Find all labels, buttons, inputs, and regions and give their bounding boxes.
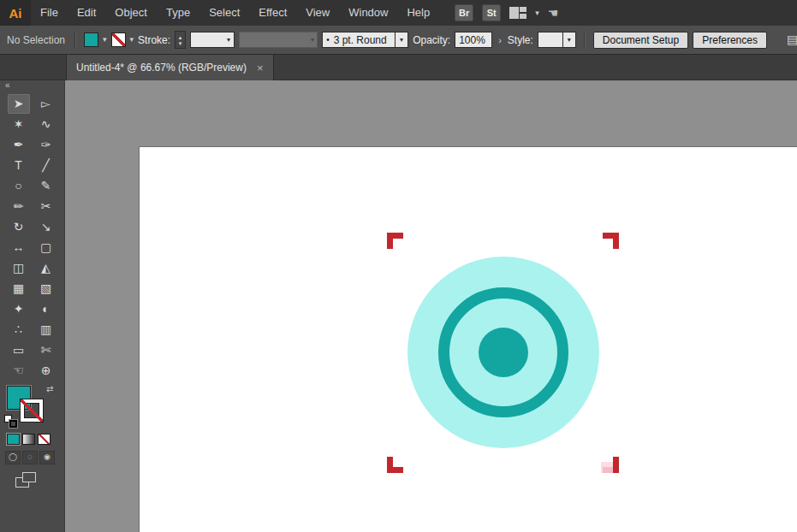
stroke-color-swatch[interactable] xyxy=(111,33,126,47)
stroke-label[interactable]: Stroke: xyxy=(138,34,170,46)
menu-object[interactable]: Object xyxy=(105,6,157,19)
color-mode-button[interactable] xyxy=(7,434,20,445)
symbol-sprayer-tool[interactable]: ∴ xyxy=(8,320,30,340)
lasso-tool[interactable]: ∿ xyxy=(35,115,57,134)
blend-tool[interactable]: ◐ xyxy=(35,299,57,319)
shape-builder-tool[interactable]: ◫ xyxy=(8,258,30,278)
fill-color-swatch[interactable] xyxy=(84,33,98,47)
menu-file[interactable]: File xyxy=(31,6,68,19)
brush-caret-icon[interactable]: ▾ xyxy=(396,32,408,48)
dropdown-caret-icon: ▾ xyxy=(311,36,317,44)
crop-mark-top-left[interactable] xyxy=(387,233,403,249)
style-control: ▾ xyxy=(538,32,576,48)
gradient-tool[interactable]: ▧ xyxy=(35,279,57,299)
stepper-up-icon[interactable]: ▴ xyxy=(179,34,182,40)
stroke-swatch[interactable] xyxy=(21,399,43,422)
brush-definition-value: 3 pt. Round xyxy=(334,34,387,46)
menu-help[interactable]: Help xyxy=(397,6,439,19)
fill-caret-icon[interactable]: ▾ xyxy=(103,36,107,44)
direct-selection-tool[interactable]: ▻ xyxy=(35,94,57,114)
scale-tool[interactable]: ↘ xyxy=(35,217,57,237)
document-tab-bar: Untitled-4* @ 66.67% (RGB/Preview) × xyxy=(0,55,797,80)
perspective-grid-tool[interactable]: ◭ xyxy=(35,258,57,278)
mesh-tool[interactable]: ▦ xyxy=(8,279,30,299)
menu-effect[interactable]: Effect xyxy=(249,6,296,19)
menu-window[interactable]: Window xyxy=(339,6,397,19)
artwork-center-dot[interactable] xyxy=(479,328,528,377)
menu-view[interactable]: View xyxy=(296,6,339,19)
draw-behind-button[interactable]: ◌ xyxy=(22,451,38,464)
document-tab-title: Untitled-4* @ 66.67% (RGB/Preview) xyxy=(76,62,247,74)
stroke-width-stepper[interactable]: ▴ ▾ xyxy=(175,31,186,49)
menu-type[interactable]: Type xyxy=(157,6,199,19)
magic-wand-tool[interactable]: ✶ xyxy=(8,115,30,134)
canvas-area[interactable] xyxy=(65,80,797,532)
control-bar: No Selection ▾ ▾ Stroke: ▴ ▾ ▾ ▾ • 3 pt.… xyxy=(0,26,797,55)
paint-mode-row xyxy=(0,434,64,445)
workspace-caret-icon[interactable]: ▾ xyxy=(535,9,539,17)
menu-bar-right: Br St ▾ ☚ xyxy=(455,4,558,21)
artboard[interactable] xyxy=(140,147,797,532)
slice-tool[interactable]: ✄ xyxy=(35,340,57,360)
hand-tool[interactable]: ☜ xyxy=(8,361,30,381)
document-setup-button[interactable]: Document Setup xyxy=(593,32,688,49)
touch-workspace-icon[interactable]: ☚ xyxy=(548,6,559,20)
menu-edit[interactable]: Edit xyxy=(68,6,105,19)
pen-tool[interactable]: ✒ xyxy=(8,135,30,155)
artboard-tool[interactable]: ▭ xyxy=(8,340,30,360)
gradient-mode-button[interactable] xyxy=(22,434,35,445)
opacity-label[interactable]: Opacity: xyxy=(413,34,450,46)
tool-grid: ➤ ▻ ✶ ∿ ✒ ✑ T ╱ ○ ✎ ✏ ✂ ↻ ↘ ↔ ▢ ◫ ◭ ▦ ▧ … xyxy=(0,94,64,381)
fill-stroke-indicator: ⇄ xyxy=(0,384,64,432)
opacity-caret-icon[interactable]: › xyxy=(497,35,503,45)
stepper-down-icon[interactable]: ▾ xyxy=(179,40,182,46)
brush-definition-control: • 3 pt. Round ▾ xyxy=(322,32,408,48)
menu-select[interactable]: Select xyxy=(199,6,249,19)
eyedropper-tool[interactable]: ✦ xyxy=(8,299,30,319)
menu-bar: Ai FileEditObjectTypeSelectEffectViewWin… xyxy=(0,0,797,26)
stroke-width-field[interactable]: ▾ xyxy=(190,32,235,48)
variable-width-profile-dropdown: ▾ xyxy=(239,32,318,48)
tab-close-icon[interactable]: × xyxy=(257,62,264,74)
default-swatches-icon[interactable] xyxy=(4,415,18,429)
column-graph-tool[interactable]: ▥ xyxy=(35,320,57,340)
main-menu: FileEditObjectTypeSelectEffectViewWindow… xyxy=(31,0,439,26)
ellipse-tool[interactable]: ○ xyxy=(8,176,30,196)
selection-tool[interactable]: ➤ xyxy=(8,94,30,114)
brush-definition-dropdown[interactable]: • 3 pt. Round xyxy=(322,32,396,48)
collapse-panel-icon[interactable]: « xyxy=(0,80,64,92)
curvature-tool[interactable]: ✑ xyxy=(35,135,57,155)
draw-inside-button[interactable]: ◉ xyxy=(39,451,55,464)
none-mode-button[interactable] xyxy=(38,434,51,445)
bridge-button[interactable]: Br xyxy=(455,4,473,21)
type-tool[interactable]: T xyxy=(8,156,30,175)
style-caret-icon[interactable]: ▾ xyxy=(563,32,576,48)
separator xyxy=(74,31,76,50)
style-dropdown[interactable] xyxy=(538,32,563,48)
docked-panel-icon[interactable]: ▤ xyxy=(787,33,797,48)
render-artifact xyxy=(601,462,613,473)
stroke-caret-icon[interactable]: ▾ xyxy=(130,36,134,44)
crop-mark-top-right[interactable] xyxy=(603,233,619,249)
opacity-field[interactable]: 100% xyxy=(455,32,492,48)
dropdown-caret-icon[interactable]: ▾ xyxy=(223,36,230,44)
paintbrush-tool[interactable]: ✎ xyxy=(35,176,57,196)
zoom-tool[interactable]: ⊕ xyxy=(35,361,57,381)
preferences-button[interactable]: Preferences xyxy=(693,32,767,49)
width-tool[interactable]: ↔ xyxy=(8,238,30,257)
app-logo: Ai xyxy=(0,0,31,26)
free-transform-tool[interactable]: ▢ xyxy=(35,238,57,257)
rotate-tool[interactable]: ↻ xyxy=(8,217,30,237)
stock-button[interactable]: St xyxy=(482,4,501,21)
pencil-tool[interactable]: ✏ xyxy=(8,197,30,216)
brush-dot-icon: • xyxy=(326,35,330,44)
line-segment-tool[interactable]: ╱ xyxy=(35,156,57,175)
swap-fill-stroke-icon[interactable]: ⇄ xyxy=(46,384,53,393)
crop-mark-bottom-left[interactable] xyxy=(387,457,403,473)
scissors-tool[interactable]: ✂ xyxy=(35,197,57,216)
workspace-switcher-icon[interactable] xyxy=(509,7,526,19)
document-tab[interactable]: Untitled-4* @ 66.67% (RGB/Preview) × xyxy=(66,55,274,80)
draw-normal-button[interactable]: ◯ xyxy=(5,451,21,464)
style-label[interactable]: Style: xyxy=(508,34,533,46)
screen-mode-icon[interactable] xyxy=(15,472,36,488)
